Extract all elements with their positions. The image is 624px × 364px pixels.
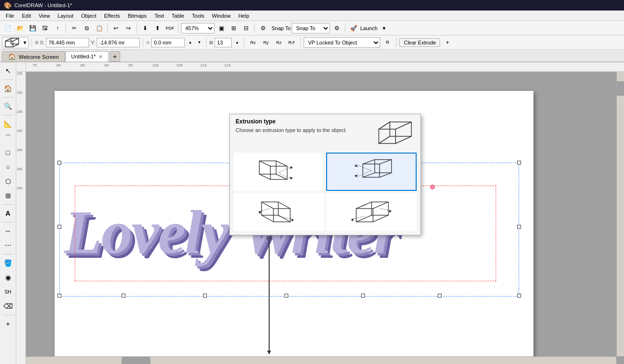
save-all-button[interactable]: 🖫 xyxy=(39,22,51,34)
add-tab-button[interactable]: + xyxy=(110,51,120,62)
snap-options[interactable]: ⚙ xyxy=(257,22,269,34)
rotate-x-btn[interactable]: Rx xyxy=(247,37,259,48)
launch-icon[interactable]: 🚀 xyxy=(348,22,359,34)
shadow-tool[interactable]: SH xyxy=(1,285,15,298)
rectangle-tool[interactable]: □ xyxy=(1,146,15,159)
steps-field[interactable] xyxy=(215,38,232,47)
settings-button[interactable]: ⚙ xyxy=(331,22,342,34)
rotate-z-btn[interactable]: Rz xyxy=(273,37,284,48)
menu-tools[interactable]: Tools xyxy=(188,12,208,20)
cut-button[interactable]: ✂ xyxy=(68,22,80,34)
vp-mode-selector[interactable]: VP Locked To Object xyxy=(304,37,380,48)
launch-dropdown[interactable]: ▾ xyxy=(378,22,390,34)
paste-button[interactable]: 📋 xyxy=(93,22,105,34)
curve-tool[interactable]: ⌒ xyxy=(1,132,15,145)
undo-button[interactable]: ↩ xyxy=(110,22,122,34)
zoom-mode-button[interactable]: ▣ xyxy=(216,22,227,34)
handle-tr[interactable] xyxy=(517,161,521,165)
publish-button[interactable]: ↑ xyxy=(52,22,63,34)
menu-effects[interactable]: Effects xyxy=(100,12,124,20)
handle-ml[interactable] xyxy=(57,225,61,229)
ruler-tick: 95 xyxy=(128,63,133,67)
text-tool[interactable]: A xyxy=(1,207,15,220)
handle-mr[interactable] xyxy=(517,225,521,229)
pattern-tool[interactable]: ⊞ xyxy=(1,189,15,202)
new-button[interactable]: 📄 xyxy=(2,22,13,34)
handle-bm[interactable] xyxy=(284,294,288,298)
vp-copy-btn[interactable]: ⧉ xyxy=(382,37,393,48)
handle-br[interactable] xyxy=(517,294,521,298)
x-field[interactable] xyxy=(46,38,89,47)
depth-field[interactable] xyxy=(151,38,185,47)
menu-help[interactable]: Help xyxy=(235,12,253,20)
connector-tool[interactable]: ⋯ xyxy=(1,239,15,252)
freehand-tool[interactable]: 🏠 xyxy=(1,82,15,95)
handle-bm1[interactable] xyxy=(122,294,125,298)
save-button[interactable]: 💾 xyxy=(27,22,38,34)
extrusion-option-1[interactable] xyxy=(234,153,324,191)
polygon-tool[interactable]: ⬡ xyxy=(1,175,15,188)
pink-handle[interactable] xyxy=(430,185,435,189)
tab-welcome[interactable]: 🏠 Welcome Screen xyxy=(2,51,65,62)
eraser-tool[interactable]: ⌫ xyxy=(1,299,15,313)
scrollbar-thumb-h[interactable] xyxy=(122,357,150,364)
rotate-reset-btn[interactable]: R↺ xyxy=(286,37,297,48)
vp-arrow-down: ▼ xyxy=(266,348,272,356)
svg-line-23 xyxy=(363,160,374,164)
menu-file[interactable]: File xyxy=(2,12,18,20)
blend-tool[interactable]: ◉ xyxy=(1,271,15,284)
open-button[interactable]: 📂 xyxy=(14,22,26,34)
handle-bm4[interactable] xyxy=(438,294,442,298)
snap-selector[interactable]: Snap To xyxy=(292,23,330,33)
canvas-area[interactable]: 75 80 85 90 95 100 105 110 115 225 230 2… xyxy=(16,62,624,364)
svg-marker-20 xyxy=(289,166,293,169)
y-field[interactable] xyxy=(97,38,140,47)
menu-edit[interactable]: Edit xyxy=(18,12,35,20)
zoom-tool[interactable]: 🔍 xyxy=(1,99,15,113)
scrollbar-vertical[interactable] xyxy=(616,72,624,356)
fill-tool[interactable]: 🪣 xyxy=(1,256,15,270)
select-tool[interactable]: ↖ xyxy=(1,64,15,77)
menu-text[interactable]: Text xyxy=(150,12,168,20)
svg-line-27 xyxy=(356,171,371,177)
menu-bitmaps[interactable]: Bitmaps xyxy=(124,12,151,20)
extrusion-option-4[interactable] xyxy=(326,193,417,231)
tab-close-icon[interactable]: ✕ xyxy=(99,54,102,59)
sep-l6 xyxy=(2,254,14,254)
scrollbar-horizontal[interactable] xyxy=(26,356,616,364)
export-button[interactable]: ⬆ xyxy=(152,22,163,34)
handle-tl[interactable] xyxy=(57,161,61,165)
rotate-y-btn[interactable]: Ry xyxy=(260,37,272,48)
extrusion-option-3[interactable] xyxy=(234,193,324,231)
menu-view[interactable]: View xyxy=(35,12,54,20)
zoom-to-fit[interactable]: ⊞ xyxy=(228,22,239,34)
pdf-button[interactable]: PDF xyxy=(164,22,176,34)
zoom-selector[interactable]: 457% xyxy=(181,23,215,33)
svg-line-25 xyxy=(379,173,391,177)
add-preset-btn[interactable]: + xyxy=(442,37,453,48)
add-tool-btn[interactable]: + xyxy=(1,317,15,331)
menu-window[interactable]: Window xyxy=(208,12,235,20)
tab-document[interactable]: Untitled-1* ✕ xyxy=(65,51,109,62)
handle-bm2[interactable] xyxy=(203,294,207,298)
handle-bm3[interactable] xyxy=(361,294,365,298)
ellipse-tool[interactable]: ○ xyxy=(1,160,15,174)
depth-up[interactable]: ▲ xyxy=(186,40,194,45)
scrollbar-thumb-v[interactable] xyxy=(617,81,624,96)
import-button[interactable]: ⬇ xyxy=(139,22,151,34)
ruler-tick: 75 xyxy=(33,63,37,67)
menu-layout[interactable]: Layout xyxy=(54,12,77,20)
clear-extrude-button[interactable]: Clear Extrude xyxy=(399,38,440,47)
extrusion-option-2[interactable] xyxy=(326,153,417,191)
handle-bl[interactable] xyxy=(57,294,61,298)
extrusion-type-button[interactable]: ▾ xyxy=(2,37,29,48)
depth-down[interactable]: ▼ xyxy=(195,40,203,45)
steps-up[interactable]: ▲ xyxy=(233,40,241,45)
menu-object[interactable]: Object xyxy=(77,12,100,20)
copy-button[interactable]: ⧉ xyxy=(81,22,92,34)
grid-button[interactable]: ⊟ xyxy=(240,22,252,34)
ruler-tool[interactable]: 📐 xyxy=(1,117,15,131)
dimension-tool[interactable]: ↔ xyxy=(1,224,15,238)
menu-table[interactable]: Table xyxy=(168,12,188,20)
redo-button[interactable]: ↪ xyxy=(123,22,134,34)
